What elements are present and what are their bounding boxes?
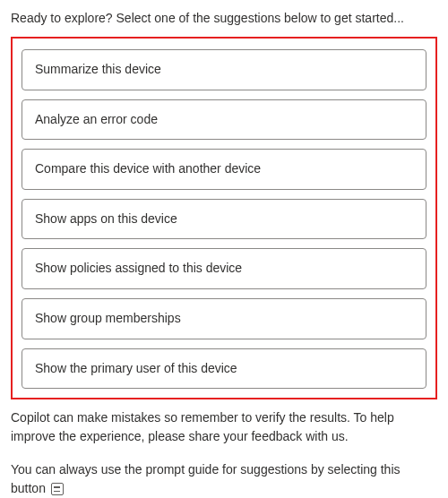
- prompt-guide-text: You can always use the prompt guide for …: [11, 460, 437, 498]
- prompt-guide-label: You can always use the prompt guide for …: [11, 462, 401, 495]
- suggestion-show-primary-user[interactable]: Show the primary user of this device: [22, 348, 426, 390]
- suggestion-show-apps[interactable]: Show apps on this device: [22, 199, 426, 240]
- suggestion-show-groups[interactable]: Show group memberships: [22, 298, 426, 339]
- intro-text: Ready to explore? Select one of the sugg…: [11, 9, 437, 28]
- disclaimer-text: Copilot can make mistakes so remember to…: [11, 408, 437, 446]
- suggestion-analyze-error[interactable]: Analyze an error code: [22, 99, 426, 141]
- prompt-guide-icon: [51, 483, 64, 495]
- suggestion-summarize-device[interactable]: Summarize this device: [22, 49, 426, 90]
- suggestions-panel: Summarize this device Analyze an error c…: [11, 37, 437, 399]
- suggestion-show-policies[interactable]: Show policies assigned to this device: [22, 248, 426, 289]
- suggestion-compare-device[interactable]: Compare this device with another device: [22, 149, 426, 190]
